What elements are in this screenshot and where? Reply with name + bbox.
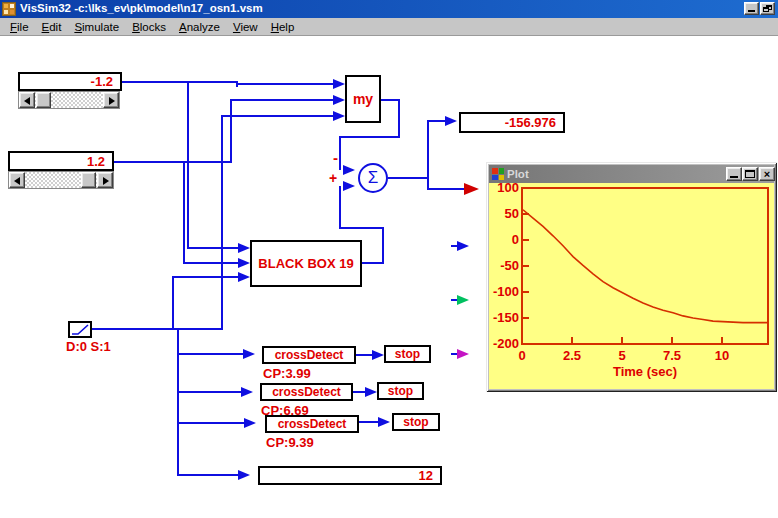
- wire-arrow: [244, 418, 256, 428]
- wire-arrow: [343, 181, 355, 191]
- wire: [362, 262, 384, 264]
- wire: [187, 247, 238, 249]
- menu-blocks[interactable]: Blocks: [126, 19, 173, 35]
- wire-arrow: [243, 349, 255, 359]
- cross-detect-1-block[interactable]: crossDetect: [262, 346, 356, 364]
- x-axis-title: Time (sec): [521, 364, 769, 379]
- summing-junction-block[interactable]: Σ: [358, 163, 388, 193]
- menu-analyze[interactable]: Analyze: [173, 19, 227, 35]
- slider1-scrollbar[interactable]: [18, 91, 120, 109]
- menu-bar: File Edit Simulate Blocks Analyze View H…: [0, 18, 778, 36]
- vissim-app-icon: [2, 2, 16, 16]
- wire: [177, 422, 244, 424]
- black-box-label: BLACK BOX 19: [258, 256, 353, 271]
- stop-label: stop: [395, 347, 420, 361]
- wire-arrow: [333, 79, 345, 89]
- y-tick-label: -150: [487, 310, 519, 325]
- plot-curve: [523, 189, 769, 345]
- wire: [177, 353, 243, 355]
- wire: [398, 99, 400, 138]
- wire: [339, 136, 400, 138]
- stop-label: stop: [403, 415, 428, 429]
- slider1-value-box[interactable]: -1.2: [18, 72, 122, 91]
- wire: [221, 115, 333, 117]
- stop-3-block[interactable]: stop: [392, 413, 440, 431]
- my-compound-block[interactable]: my: [345, 75, 381, 123]
- wire: [122, 81, 237, 83]
- cross-detect-1-cp-label: CP:3.99: [263, 366, 311, 381]
- menu-edit[interactable]: Edit: [36, 19, 69, 35]
- plot-input3-arrow: [457, 295, 469, 305]
- wire: [353, 391, 365, 393]
- menu-file[interactable]: File: [4, 19, 36, 35]
- menu-simulate[interactable]: Simulate: [68, 19, 126, 35]
- menu-help[interactable]: Help: [265, 19, 302, 35]
- sum-plus-sign: +: [329, 170, 337, 186]
- wire: [230, 99, 333, 101]
- cross-detect-3-block[interactable]: crossDetect: [265, 415, 359, 433]
- y-tick-label: 50: [487, 206, 519, 221]
- wire: [359, 421, 378, 423]
- x-tick-label: 7.5: [654, 348, 690, 363]
- ramp-label: D:0 S:1: [66, 339, 111, 354]
- minimize-button[interactable]: [744, 2, 759, 15]
- wire-arrow: [241, 387, 253, 397]
- wire: [172, 276, 238, 278]
- plot-close-button[interactable]: ×: [759, 167, 775, 181]
- plot-window[interactable]: Plot × 100500-50-100-150-20002.557.510Ti…: [486, 162, 777, 392]
- cross-detect-3-cp-label: CP:9.39: [266, 435, 314, 450]
- slider1-thumb[interactable]: [36, 92, 51, 108]
- wire-arrow: [238, 258, 250, 268]
- wire: [177, 391, 241, 393]
- x-tick-label: 2.5: [554, 348, 590, 363]
- wire-arrow: [372, 350, 384, 360]
- wire-arrow: [445, 116, 457, 126]
- diagram-canvas[interactable]: -1.2 1.2 my - + Σ -156.976 12: [0, 36, 778, 518]
- plot-minimize-button[interactable]: [726, 167, 742, 181]
- time-display[interactable]: 12: [258, 466, 442, 485]
- y-tick-label: -100: [487, 284, 519, 299]
- wire: [187, 81, 189, 249]
- app-title-bar[interactable]: VisSim32 -c:\lks_ev\pk\model\n17_osn1.vs…: [0, 0, 778, 18]
- stop-label: stop: [388, 384, 413, 398]
- black-box-19-block[interactable]: BLACK BOX 19: [250, 240, 362, 287]
- time-display-value: 12: [419, 468, 433, 483]
- wire: [356, 354, 372, 356]
- wire: [427, 188, 466, 190]
- stop-2-block[interactable]: stop: [377, 382, 424, 400]
- wire-arrow: [378, 417, 390, 427]
- wire-arrow: [333, 111, 345, 121]
- sigma-icon: Σ: [368, 168, 379, 188]
- cross-detect-label: crossDetect: [275, 348, 344, 362]
- slider2-thumb[interactable]: [81, 172, 96, 188]
- wire: [236, 83, 333, 85]
- stop-1-block[interactable]: stop: [384, 345, 431, 363]
- wire: [221, 115, 223, 330]
- my-block-label: my: [353, 91, 373, 107]
- restore-button[interactable]: [760, 2, 775, 15]
- slider1-right-arrow[interactable]: [103, 92, 119, 108]
- wire-arrow: [238, 243, 250, 253]
- cross-detect-2-block[interactable]: crossDetect: [260, 383, 353, 401]
- wire-arrow: [333, 95, 345, 105]
- slider2-right-arrow[interactable]: [97, 172, 113, 188]
- slider2-scrollbar[interactable]: [8, 171, 114, 189]
- x-tick-label: 0: [504, 348, 540, 363]
- wire: [177, 328, 179, 476]
- wire: [183, 262, 238, 264]
- wire: [382, 227, 384, 264]
- plot-input2-arrow: [457, 241, 469, 251]
- slider2-value-box[interactable]: 1.2: [8, 151, 114, 171]
- slider2-left-arrow[interactable]: [9, 172, 25, 188]
- cross-detect-label: crossDetect: [278, 417, 347, 431]
- y-tick-label: 0: [487, 232, 519, 247]
- ramp-block[interactable]: [68, 321, 92, 338]
- slider2-value: 1.2: [87, 154, 105, 169]
- slider1-value: -1.2: [91, 74, 113, 89]
- plot-maximize-button[interactable]: [742, 167, 758, 181]
- sum-output-display[interactable]: -156.976: [459, 112, 565, 133]
- menu-view[interactable]: View: [227, 19, 265, 35]
- windows-flag-icon: [492, 168, 504, 180]
- slider1-left-arrow[interactable]: [19, 92, 35, 108]
- vissim-app-window: VisSim32 -c:\lks_ev\pk\model\n17_osn1.vs…: [0, 0, 778, 518]
